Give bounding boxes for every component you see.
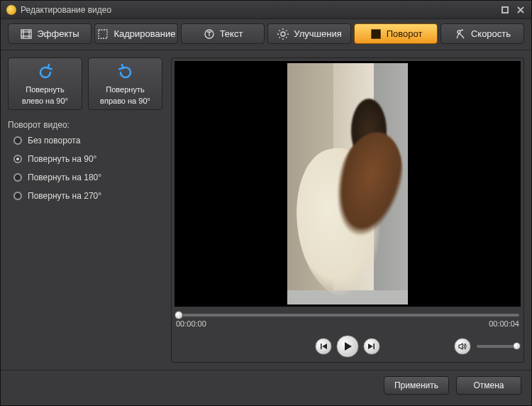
tab-enhance[interactable]: Улучшения — [267, 23, 351, 44]
apply-button[interactable]: Применить — [384, 376, 449, 395]
svg-rect-9 — [372, 30, 380, 38]
time-current: 00:00:00 — [176, 319, 206, 328]
timeline: 00:00:00 00:00:04 — [174, 314, 521, 328]
tab-label: Улучшения — [294, 28, 341, 39]
tab-text[interactable]: Текст — [181, 23, 265, 44]
svg-rect-0 — [502, 7, 508, 13]
title-bar: Редактирование видео — [1, 1, 531, 19]
svg-rect-6 — [99, 30, 107, 38]
rotate-left-button[interactable]: Повернуть влево на 90° — [8, 57, 82, 110]
rotate-left-line1: Повернуть — [26, 85, 64, 94]
tab-label: Текст — [220, 28, 243, 39]
rotate-film-icon — [370, 28, 382, 40]
tab-label: Кадрирование — [113, 28, 175, 39]
volume-handle[interactable] — [513, 342, 521, 350]
rotation-option-none[interactable]: Без поворота — [13, 136, 162, 146]
next-button[interactable] — [363, 338, 380, 355]
tab-speed[interactable]: Скорость — [440, 23, 524, 44]
radio-label: Повернуть на 180° — [28, 172, 101, 182]
window-buttons — [500, 5, 526, 15]
rotate-left-line2: влево на 90° — [22, 97, 68, 105]
tab-row: Эффекты Кадрирование Текст Улучшения Пов… — [1, 19, 531, 50]
rotation-option-270[interactable]: Повернуть на 270° — [13, 191, 162, 201]
svg-point-12 — [458, 31, 460, 33]
prev-button[interactable] — [315, 338, 332, 355]
tab-label: Эффекты — [37, 28, 79, 39]
volume-button[interactable] — [454, 338, 471, 355]
play-button[interactable] — [336, 335, 359, 358]
seek-track[interactable] — [176, 314, 519, 317]
svg-rect-1 — [21, 30, 31, 38]
radio-icon — [13, 155, 22, 163]
filmstrip-icon — [20, 28, 33, 40]
tab-label: Поворот — [387, 28, 423, 39]
tab-rotate[interactable]: Поворот — [354, 23, 438, 44]
close-button[interactable] — [516, 5, 526, 15]
window-title: Редактирование видео — [21, 5, 500, 15]
app-icon — [6, 5, 16, 15]
radio-icon — [13, 192, 22, 200]
video-preview — [174, 61, 521, 307]
radio-label: Повернуть на 270° — [28, 191, 101, 201]
cancel-button[interactable]: Отмена — [456, 376, 521, 395]
tab-effects[interactable]: Эффекты — [8, 23, 92, 44]
rotation-panel: Повернуть влево на 90° Повернуть вправо … — [8, 57, 162, 363]
volume-track[interactable] — [477, 345, 518, 348]
radio-icon — [13, 136, 22, 145]
rotate-right-button[interactable]: Повернуть вправо на 90° — [88, 57, 162, 110]
seek-handle[interactable] — [174, 311, 183, 319]
radio-icon — [13, 173, 22, 182]
rotation-option-90[interactable]: Повернуть на 90° — [13, 154, 162, 164]
tab-label: Скорость — [471, 28, 511, 39]
rotate-right-line2: вправо на 90° — [100, 97, 150, 105]
rotation-option-180[interactable]: Повернуть на 180° — [13, 172, 162, 182]
minimize-button[interactable] — [500, 5, 510, 15]
radio-label: Повернуть на 90° — [28, 154, 96, 164]
rotate-left-icon — [36, 62, 55, 82]
main-area: Повернуть влево на 90° Повернуть вправо … — [1, 50, 531, 370]
crop-icon — [96, 28, 109, 40]
rotation-options: Без поворота Повернуть на 90° Повернуть … — [8, 136, 162, 201]
svg-point-8 — [281, 32, 285, 36]
tab-crop[interactable]: Кадрирование — [94, 23, 178, 44]
footer: Применить Отмена — [1, 370, 531, 400]
brightness-icon — [277, 28, 289, 40]
rotate-right-line1: Повернуть — [106, 85, 144, 94]
player-controls — [174, 334, 521, 359]
speed-icon — [454, 28, 467, 40]
text-icon — [203, 28, 216, 40]
preview-frame — [287, 63, 408, 304]
rotate-right-icon — [116, 62, 135, 82]
rotation-section-header: Поворот видео: — [8, 120, 162, 130]
preview-panel: 00:00:00 00:00:04 — [171, 57, 524, 363]
radio-label: Без поворота — [28, 136, 80, 146]
rotate-buttons: Повернуть влево на 90° Повернуть вправо … — [8, 57, 162, 110]
time-total: 00:00:04 — [489, 319, 519, 328]
